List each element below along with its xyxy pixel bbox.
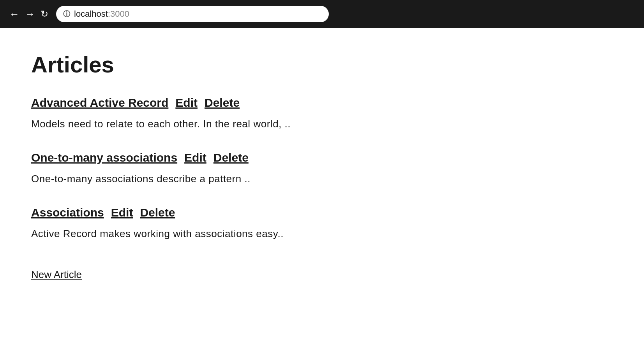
article-3-title-link[interactable]: Associations — [31, 206, 104, 219]
article-3-body: Active Record makes working with associa… — [31, 226, 613, 241]
nav-arrows: ← → ↻ — [9, 9, 48, 19]
article-3-edit-link[interactable]: Edit — [111, 206, 133, 219]
info-icon: ⓘ — [63, 9, 70, 19]
article-1-title-link[interactable]: Advanced Active Record — [31, 96, 168, 109]
article-2-delete-link[interactable]: Delete — [213, 151, 249, 164]
article-item: One-to-many associations Edit Delete One… — [31, 151, 613, 187]
refresh-button[interactable]: ↻ — [41, 9, 48, 19]
url-port: :3000 — [108, 9, 129, 19]
forward-button[interactable]: → — [25, 9, 35, 19]
article-1-delete-link[interactable]: Delete — [205, 96, 240, 109]
url-text: localhost:3000 — [74, 9, 129, 19]
article-2-edit-link[interactable]: Edit — [184, 151, 206, 164]
article-1-edit-link[interactable]: Edit — [175, 96, 198, 109]
address-bar[interactable]: ⓘ localhost:3000 — [56, 6, 329, 22]
back-button[interactable]: ← — [9, 9, 19, 19]
article-heading-row: Associations Edit Delete — [31, 206, 613, 219]
article-2-body: One-to-many associations describe a patt… — [31, 171, 613, 187]
article-heading-row: One-to-many associations Edit Delete — [31, 151, 613, 164]
article-item: Advanced Active Record Edit Delete Model… — [31, 96, 613, 132]
article-item: Associations Edit Delete Active Record m… — [31, 206, 613, 241]
browser-chrome: ← → ↻ ⓘ localhost:3000 — [0, 0, 644, 28]
article-1-body: Models need to relate to each other. In … — [31, 116, 613, 132]
article-2-title-link[interactable]: One-to-many associations — [31, 151, 177, 164]
article-heading-row: Advanced Active Record Edit Delete — [31, 96, 613, 109]
url-host: localhost — [74, 9, 108, 19]
page-content: Articles Advanced Active Record Edit Del… — [0, 28, 644, 304]
article-3-delete-link[interactable]: Delete — [140, 206, 175, 219]
page-title: Articles — [31, 51, 613, 77]
new-article-link[interactable]: New Article — [31, 269, 82, 281]
